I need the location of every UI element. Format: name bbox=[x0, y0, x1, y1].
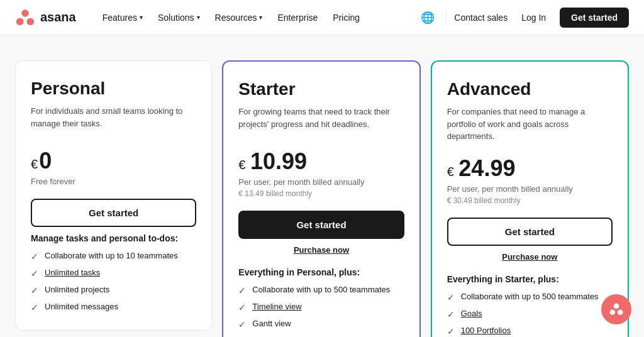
purchase-now-link[interactable]: Purchase now bbox=[447, 252, 613, 262]
plan-billing-label: Per user, per month billed annually bbox=[238, 177, 404, 187]
plan-card-starter: Starter For growing teams that need to t… bbox=[222, 60, 420, 337]
svg-point-1 bbox=[16, 18, 24, 25]
nav-features[interactable]: Features ▾ bbox=[96, 9, 149, 26]
feature-item: ✓ Timeline view bbox=[238, 302, 404, 312]
feature-item: ✓ Unlimited messages bbox=[31, 302, 196, 312]
plan-name: Advanced bbox=[447, 79, 613, 99]
check-icon: ✓ bbox=[31, 268, 38, 279]
chevron-down-icon: ▾ bbox=[259, 14, 262, 21]
plan-price: € 24.99 bbox=[447, 155, 613, 182]
plan-name: Personal bbox=[31, 79, 196, 99]
contact-sales-link[interactable]: Contact sales bbox=[454, 13, 508, 23]
feature-item: ✓ Gantt view bbox=[238, 319, 404, 329]
nav-resources[interactable]: Resources ▾ bbox=[209, 9, 269, 26]
svg-point-0 bbox=[21, 9, 29, 17]
features-title: Manage tasks and personal to-dos: bbox=[31, 233, 196, 243]
plan-billing-alt: € 30.49 billed monthly bbox=[447, 196, 613, 205]
nav-links: Features ▾ Solutions ▾ Resources ▾ Enter… bbox=[96, 9, 418, 26]
asana-floating-icon[interactable] bbox=[601, 294, 631, 324]
plan-price: € 10.99 bbox=[238, 148, 404, 175]
logo[interactable]: asana bbox=[15, 8, 76, 28]
plan-card-personal: Personal For individuals and small teams… bbox=[15, 60, 212, 331]
feature-item: ✓ Collaborate with up to 500 teammates bbox=[447, 292, 613, 302]
feature-item: ✓ Collaborate with up to 10 teammates bbox=[31, 251, 196, 262]
get-started-button[interactable]: Get started bbox=[447, 218, 613, 246]
check-icon: ✓ bbox=[31, 285, 38, 296]
feature-item: ✓ 100 Portfolios bbox=[447, 326, 613, 336]
nav-pricing[interactable]: Pricing bbox=[326, 9, 366, 26]
plan-description: For companies that need to manage a port… bbox=[447, 106, 613, 143]
check-icon: ✓ bbox=[447, 292, 455, 302]
svg-point-5 bbox=[618, 309, 623, 315]
check-icon: ✓ bbox=[447, 309, 455, 319]
feature-list: ✓ Collaborate with up to 500 teammates ✓… bbox=[447, 292, 613, 338]
login-link[interactable]: Log In bbox=[515, 9, 552, 26]
nav-solutions[interactable]: Solutions ▾ bbox=[152, 9, 206, 26]
plan-price: €0 bbox=[31, 148, 196, 174]
features-title: Everything in Starter, plus: bbox=[447, 274, 613, 284]
nav-enterprise[interactable]: Enterprise bbox=[271, 9, 324, 26]
chevron-down-icon: ▾ bbox=[197, 14, 200, 21]
plan-description: For individuals and small teams looking … bbox=[31, 105, 196, 135]
currency-symbol: € bbox=[238, 158, 249, 172]
get-started-nav-button[interactable]: Get started bbox=[560, 8, 629, 28]
purchase-now-link[interactable]: Purchase now bbox=[238, 245, 404, 255]
svg-point-3 bbox=[614, 303, 619, 309]
check-icon: ✓ bbox=[238, 285, 246, 296]
feature-item: ✓ Collaborate with up to 500 teammates bbox=[238, 285, 404, 296]
logo-text: asana bbox=[40, 10, 76, 25]
pricing-cards: Personal For individuals and small teams… bbox=[15, 60, 629, 337]
feature-list: ✓ Collaborate with up to 500 teammates ✓… bbox=[238, 285, 404, 337]
get-started-button[interactable]: Get started bbox=[238, 211, 404, 239]
currency-symbol: € bbox=[31, 157, 38, 171]
svg-point-2 bbox=[27, 18, 35, 25]
check-icon: ✓ bbox=[31, 251, 38, 262]
nav-divider bbox=[446, 10, 447, 25]
feature-item: ✓ Goals bbox=[447, 309, 613, 319]
plan-free-label: Free forever bbox=[31, 177, 196, 186]
plan-billing-alt: € 13.49 billed monthly bbox=[238, 189, 404, 198]
get-started-button[interactable]: Get started bbox=[31, 199, 196, 227]
feature-list: ✓ Collaborate with up to 10 teammates ✓ … bbox=[31, 251, 196, 312]
feature-item: ✓ Unlimited tasks bbox=[31, 268, 196, 279]
plan-description: For growing teams that need to track the… bbox=[238, 106, 404, 136]
check-icon: ✓ bbox=[238, 302, 246, 312]
feature-item: ✓ Unlimited projects bbox=[31, 285, 196, 296]
plan-name: Starter bbox=[238, 79, 404, 99]
nav-right: 🌐 Contact sales Log In Get started bbox=[417, 7, 629, 28]
chevron-down-icon: ▾ bbox=[140, 14, 143, 21]
plan-billing-label: Per user, per month billed annually bbox=[447, 184, 613, 194]
currency-symbol: € bbox=[447, 165, 458, 179]
navbar: asana Features ▾ Solutions ▾ Resources ▾… bbox=[0, 0, 644, 35]
check-icon: ✓ bbox=[447, 326, 455, 336]
main-content: Personal For individuals and small teams… bbox=[0, 35, 644, 337]
language-button[interactable]: 🌐 bbox=[417, 7, 438, 28]
check-icon: ✓ bbox=[31, 302, 38, 312]
svg-point-4 bbox=[609, 309, 615, 315]
plan-card-advanced: Advanced For companies that need to mana… bbox=[431, 60, 629, 337]
check-icon: ✓ bbox=[238, 319, 246, 329]
features-title: Everything in Personal, plus: bbox=[238, 267, 404, 277]
